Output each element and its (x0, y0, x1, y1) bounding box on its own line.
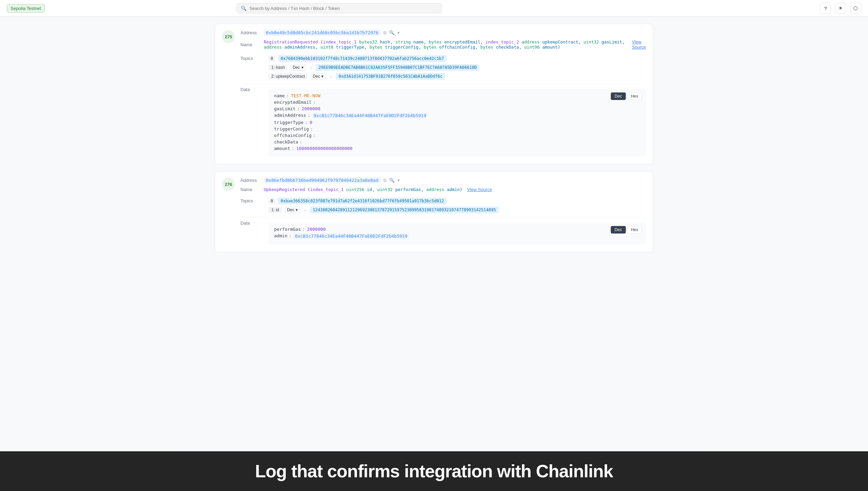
main-content: 275 Address 0xb0e49c5d0d05cbc241d68c05bc… (194, 17, 674, 266)
topic-0-276: 0 0xbae366358c023f887e791d7a62f2e4316f10… (269, 198, 646, 204)
eth-icon-button[interactable]: ⬡ (850, 3, 861, 14)
topics-label-275: Topics (240, 55, 264, 61)
search-bar[interactable]: 🔍 (236, 3, 442, 13)
chevron-icon-276[interactable]: ▾ (397, 178, 400, 183)
topic-val-1-275: 29EE9B9EEADBE7AB8B61C82A835F5FF35948B07C… (316, 64, 480, 71)
view-source-275[interactable]: View Source (632, 39, 646, 50)
data-line-trigger-type-275: triggerType : 0 (274, 120, 641, 125)
data-val-performgas-276: 2000000 (307, 227, 326, 232)
topics-label-276: Topics (240, 198, 264, 203)
data-section-276: Dec Hex performGas : 2000000 admin : (269, 223, 646, 244)
zoom-icon-276[interactable]: 🔍 (389, 178, 395, 183)
data-controls-275: Dec Hex (611, 92, 642, 100)
name-label-276: Name (240, 187, 261, 192)
search-input[interactable] (249, 6, 437, 11)
name-row-275: Name RegistrationRequested (index_topic_… (240, 39, 646, 50)
data-row-275: Data Dec Hex name : TEST-ME-NOW (240, 84, 646, 159)
data-line-trigger-config-275: triggerConfig : (274, 126, 641, 131)
hex-btn-275[interactable]: Hex (627, 92, 642, 100)
address-label-275: Address (240, 30, 261, 35)
dec-btn-275[interactable]: Dec (611, 92, 625, 100)
log-detail-276: Address 0x86efbd0b6736bed994962f97970494… (240, 177, 646, 247)
zoom-icon-275[interactable]: 🔍 (389, 30, 395, 35)
data-label-275: Data (240, 86, 264, 92)
topic-hash-0-276: 0xbae366358c023f887e791d7a62f2e4316f1026… (278, 198, 447, 204)
topic-0-275: 0 0x7684390ebb103102f7f48c71439c2408713f… (269, 55, 646, 62)
data-line-name-275: name : TEST-ME-NOW (274, 93, 641, 98)
data-content-275: Dec Hex name : TEST-ME-NOW encryptedEmai… (269, 86, 646, 156)
dec-btn-276[interactable]: Dec (611, 226, 625, 234)
arrow-right-1-276: → (303, 207, 307, 213)
data-val-admin-276: 0xcB1c77846c34Ea44F40B447FaE0D2FdF2b4b59… (294, 233, 409, 239)
data-val-amount-275: 100000000000000000000 (296, 146, 352, 151)
topic-badge-1-276: 1: id (269, 207, 282, 213)
address-value-276[interactable]: 0x86efbd0b6736bed994962f9797049422a3a8e8… (264, 177, 381, 184)
log-detail-275: Address 0xb0e49c5d0d05cbc241d68c05bc5ba1… (240, 29, 646, 159)
theme-toggle[interactable]: ☀ (835, 3, 846, 14)
topic-dec-1-275[interactable]: Dec ▾ (290, 64, 306, 71)
topic-badge-1-275: 1: hash (269, 64, 287, 71)
data-val-admin-275: 0xcB1c77846c34Ea44F40B447FaE0D2FdF2b4b59… (312, 113, 428, 118)
data-row-276: Data Dec Hex performGas : 2000000 (240, 218, 646, 247)
data-line-performgas-276: performGas : 2000000 (274, 227, 641, 232)
topic-dec-1-276[interactable]: Dec ▾ (285, 206, 300, 213)
name-desc-276: UpkeepRegistered (index_topic_1 uint256 … (264, 187, 462, 192)
data-content-276: Dec Hex performGas : 2000000 admin : (269, 220, 646, 244)
arrow-right-2-275: → (328, 74, 333, 79)
address-value-275[interactable]: 0xb0e49c5d0d05cbc241d68c05bc5ba1d1b7b729… (264, 29, 381, 36)
topic-val-1-276: 1243802604289112129692308137872915975238… (310, 206, 499, 213)
topics-row-275: Topics 0 0x7684390ebb103102f7f48c71439c2… (240, 53, 646, 84)
arrow-right-1-275: → (309, 65, 313, 70)
topic-1-275: 1: hash Dec ▾ → 29EE9B9EEADBE7AB8B61C82A… (269, 64, 646, 71)
topic-badge-2-275: 2: upkeepContract (269, 73, 308, 79)
topic-num-0-276: 0 (269, 198, 275, 204)
topic-2-275: 2: upkeepContract Dec ▾ → 0xd3A1d141753B… (269, 73, 646, 80)
data-line-offchain-275: offchainConfig : (274, 133, 641, 138)
name-label-275: Name (240, 42, 261, 47)
topic-val-2-275: 0xd3A1d141753BF91B276f659c561CAbA1AaDDdf… (336, 73, 445, 80)
topic-hash-0-275: 0x7684390ebb103102f7f48c71439c2408713f8d… (278, 55, 447, 62)
topics-content-276: 0 0xbae366358c023f887e791d7a62f2e4316f10… (269, 198, 646, 215)
data-label-276: Data (240, 220, 264, 226)
log-index-275: 275 (222, 30, 235, 43)
log-block-276: 276 Address 0x86efbd0b6736bed994962f9797… (215, 171, 653, 252)
copy-icon-275[interactable]: ⧉ (383, 30, 386, 36)
data-line-gas-275: gasLimit : 2000000 (274, 106, 641, 111)
top-bar-icons: ? ☀ ⬡ (820, 3, 861, 14)
address-label-276: Address (240, 178, 261, 183)
name-desc-275: RegistrationRequested (index_topic_1 byt… (264, 39, 627, 50)
topic-dec-2-275[interactable]: Dec ▾ (310, 73, 326, 80)
network-badge[interactable]: Sepolia Testnet (7, 4, 45, 13)
view-source-276[interactable]: View Source (467, 187, 492, 192)
log-index-276: 276 (222, 178, 235, 191)
data-line-checkdata-275: checkData : (274, 139, 641, 144)
chevron-icon-275[interactable]: ▾ (397, 30, 400, 35)
data-line-admin-276: admin : 0xcB1c77846c34Ea44F40B447FaE0D2F… (274, 233, 641, 239)
data-line-admin-275: adminAddress : 0xcB1c77846c34Ea44F40B447… (274, 113, 641, 118)
data-val-trigger-type-275: 0 (310, 120, 312, 125)
topics-content-275: 0 0x7684390ebb103102f7f48c71439c2408713f… (269, 55, 646, 82)
data-val-name-275: TEST-ME-NOW (291, 93, 320, 98)
data-line-amount-275: amount : 100000000000000000000 (274, 146, 641, 151)
data-val-gas-275: 2000000 (301, 106, 320, 111)
address-row-276: Address 0x86efbd0b6736bed994962f97970494… (240, 177, 646, 184)
topic-num-0-275: 0 (269, 55, 275, 62)
data-section-275: Dec Hex name : TEST-ME-NOW encryptedEmai… (269, 89, 646, 156)
log-header-276: 276 Address 0x86efbd0b6736bed994962f9797… (215, 172, 653, 252)
topics-row-276: Topics 0 0xbae366358c023f887e791d7a62f2e… (240, 196, 646, 218)
topic-1-276: 1: id Dec ▾ → 12438026042891121296923081… (269, 206, 646, 213)
data-controls-276: Dec Hex (611, 226, 642, 234)
top-bar: Sepolia Testnet 🔍 ? ☀ ⬡ (0, 0, 868, 17)
help-button[interactable]: ? (820, 3, 831, 14)
search-icon: 🔍 (241, 5, 247, 11)
name-row-276: Name UpkeepRegistered (index_topic_1 uin… (240, 187, 646, 192)
data-line-email-275: encryptedEmail : (274, 100, 641, 105)
log-block-275: 275 Address 0xb0e49c5d0d05cbc241d68c05bc… (215, 24, 653, 164)
address-row-275: Address 0xb0e49c5d0d05cbc241d68c05bc5ba1… (240, 29, 646, 36)
log-header-275: 275 Address 0xb0e49c5d0d05cbc241d68c05bc… (215, 24, 653, 164)
copy-icon-276[interactable]: ⧉ (383, 178, 386, 183)
hex-btn-276[interactable]: Hex (627, 226, 642, 234)
